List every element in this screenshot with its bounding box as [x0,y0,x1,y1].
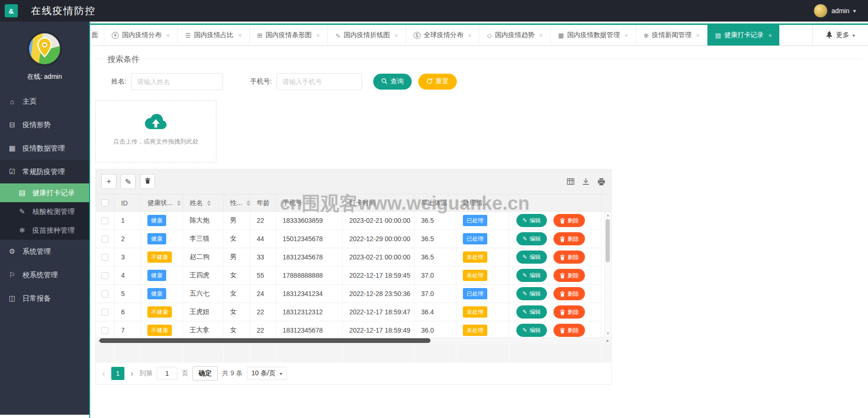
sidebar-item-epidemic-data-mgmt[interactable]: ▦疫情数据管理 [0,137,89,160]
horizontal-scrollbar[interactable]: ◂ ▸ [96,337,611,344]
edit-button[interactable]: ✎编辑 [516,232,547,245]
scroll-down-icon[interactable]: ▾ [607,331,609,335]
close-icon[interactable]: × [624,32,628,39]
sidebar-item-school-system-mgmt[interactable]: ⚐校系统管理 [0,263,89,287]
row-checkbox[interactable] [101,254,108,261]
pencil-icon: ✎ [522,290,527,297]
phone-input[interactable] [277,73,362,90]
health-badge: 不健康 [147,325,172,336]
query-button[interactable]: 查询 [373,74,412,90]
add-row-button[interactable]: + [101,174,116,189]
sidebar-avatar-map-image [27,31,62,66]
delete-button-label: 删除 [568,217,579,225]
name-input[interactable] [131,73,223,90]
tab-partial-first[interactable]: 面 [90,25,104,46]
row-checkbox[interactable] [101,309,108,316]
scroll-up-icon[interactable]: ▴ [607,213,609,217]
tab-epidemic-news-mgmt[interactable]: ⊕疫情新闻管理× [636,25,708,46]
sort-icon[interactable] [177,200,181,206]
delete-button[interactable]: 删除 [553,305,585,319]
trash-icon [560,273,565,279]
vertical-scrollbar-thumb[interactable] [606,219,610,262]
edit-button[interactable]: ✎编辑 [516,324,547,337]
tab-domestic-line-chart[interactable]: ∿国内疫情折线图× [328,25,406,46]
sidebar-item-label: 校系统管理 [23,271,58,280]
vertical-scrollbar[interactable]: ▴ ▾ [604,212,611,337]
close-icon[interactable]: × [394,32,398,39]
tab-label: 国内疫情分布 [122,31,161,39]
close-icon[interactable]: × [468,32,472,39]
sidebar-item-vaccine-mgmt[interactable]: ❄疫苗接种管理 [0,221,89,240]
tab-health-checkin-records[interactable]: ▤健康打卡记录× [707,25,780,46]
cell-gender: 男 [223,248,250,266]
filter-columns-icon[interactable] [567,178,575,185]
horizontal-scrollbar-thumb[interactable] [100,338,430,343]
delete-button[interactable]: 删除 [553,232,585,245]
delete-button[interactable]: 删除 [553,324,585,337]
confirm-page-button[interactable]: 确定 [192,366,218,380]
prev-page-icon[interactable]: ‹ [100,369,107,379]
row-checkbox[interactable] [101,327,108,334]
delete-button[interactable]: 删除 [553,287,585,300]
column-header [96,194,115,212]
close-icon[interactable]: × [238,32,242,39]
delete-row-button[interactable] [140,174,155,189]
export-icon[interactable] [582,178,590,185]
tab-domestic-data-mgmt[interactable]: ▦国内疫情数据管理× [551,25,636,46]
edit-button[interactable]: ✎编辑 [516,305,547,319]
next-page-icon[interactable]: › [129,369,135,379]
cell-health: 不健康 [141,321,183,337]
edit-button[interactable]: ✎编辑 [516,251,547,264]
sidebar-item-label: 常规防疫管理 [23,167,65,176]
cell-name: 王四虎 [183,266,223,285]
column-header-label: 手机号 [283,199,302,207]
row-checkbox[interactable] [101,236,108,243]
cell-temperature: 36.0 [415,321,456,337]
scroll-right-icon[interactable]: ▸ [607,338,609,343]
delete-button[interactable]: 删除 [553,251,585,264]
edit-button[interactable]: ✎编辑 [516,269,547,282]
tab-domestic-proportion[interactable]: ☰国内疫情占比× [178,25,250,46]
empty-cell [276,344,343,363]
user-menu[interactable]: admin ▾ [814,0,856,22]
edit-button[interactable]: ✎编辑 [516,287,547,300]
sidebar-item-health-checkin-records[interactable]: ▤健康打卡记录 [0,183,89,202]
delete-button[interactable]: 删除 [553,214,585,227]
close-icon[interactable]: × [696,32,700,39]
delete-button[interactable]: 删除 [553,269,585,282]
more-tabs-dropdown[interactable]: 更多 ▾ [812,25,868,46]
reset-button[interactable]: 重置 [418,74,457,90]
row-checkbox[interactable] [101,272,108,279]
close-icon[interactable]: × [166,32,170,39]
sidebar-item-home[interactable]: ⌂主页 [0,90,89,113]
header-checkbox[interactable] [101,199,108,206]
delete-button-label: 删除 [568,235,579,243]
edit-button[interactable]: ✎编辑 [516,214,547,227]
tab-global-distribution[interactable]: $全球疫情分布× [406,25,480,46]
close-icon[interactable]: × [768,32,772,39]
sidebar-item-system-mgmt[interactable]: ⚙系统管理 [0,240,89,263]
sidebar-item-nucleic-acid-mgmt[interactable]: ✎核酸检测管理 [0,202,89,221]
close-icon[interactable]: × [539,32,543,39]
sort-icon[interactable] [207,200,211,206]
upload-dropzone[interactable]: 点击上传，或将文件拖拽到此处 [95,100,216,162]
page-size-select[interactable]: 10 条/页 ▾ [247,367,287,380]
sidebar-item-routine-prevention-mgmt[interactable]: ☑常规防疫管理 [0,160,89,183]
tab-domestic-bar-chart[interactable]: ⊞国内疫情条形图× [250,25,328,46]
current-page-button[interactable]: 1 [111,367,124,380]
cloud-upload-icon [143,125,169,133]
row-checkbox[interactable] [101,290,108,297]
column-header-label: 早上体温 [421,199,447,207]
sort-icon[interactable] [246,200,250,206]
edit-row-button[interactable]: ✎ [121,174,136,189]
row-checkbox[interactable] [101,217,108,224]
status-badge: 已处理 [463,288,487,299]
page-content: 搜索条件 姓名: 手机号: 查询 重置 点击上传，或将文件拖拽到此处 + ✎ [90,59,868,385]
close-icon[interactable]: × [316,32,320,39]
print-icon[interactable] [597,178,606,186]
tab-domestic-trend[interactable]: ◇国内疫情趋势× [479,25,551,46]
goto-page-input[interactable] [157,367,177,380]
tab-domestic-distribution[interactable]: ¥国内疫情分布× [104,25,178,46]
sidebar-item-daily-report[interactable]: ◫日常报备 [0,287,89,310]
sidebar-item-epidemic-situation[interactable]: ⊟疫情形势 [0,113,89,137]
